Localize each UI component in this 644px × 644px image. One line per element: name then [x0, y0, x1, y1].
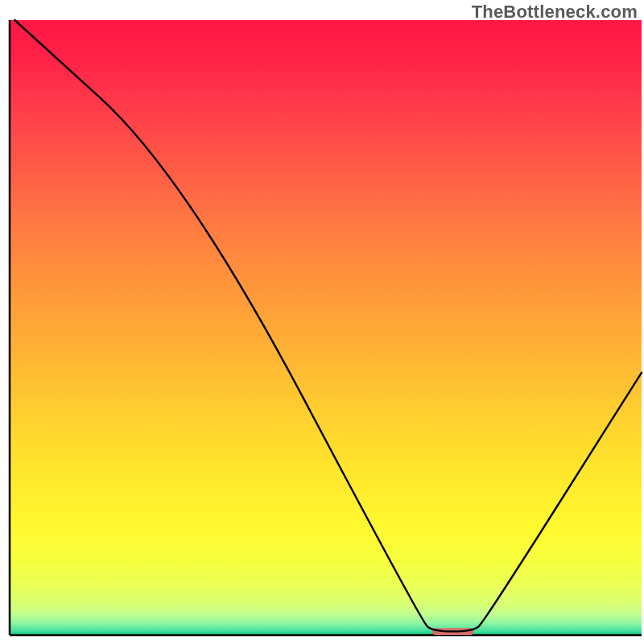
bottleneck-chart [0, 0, 644, 644]
chart-container: { "watermark": "TheBottleneck.com", "cha… [0, 0, 644, 644]
plot-background [10, 20, 642, 635]
watermark-text: TheBottleneck.com [472, 2, 638, 23]
